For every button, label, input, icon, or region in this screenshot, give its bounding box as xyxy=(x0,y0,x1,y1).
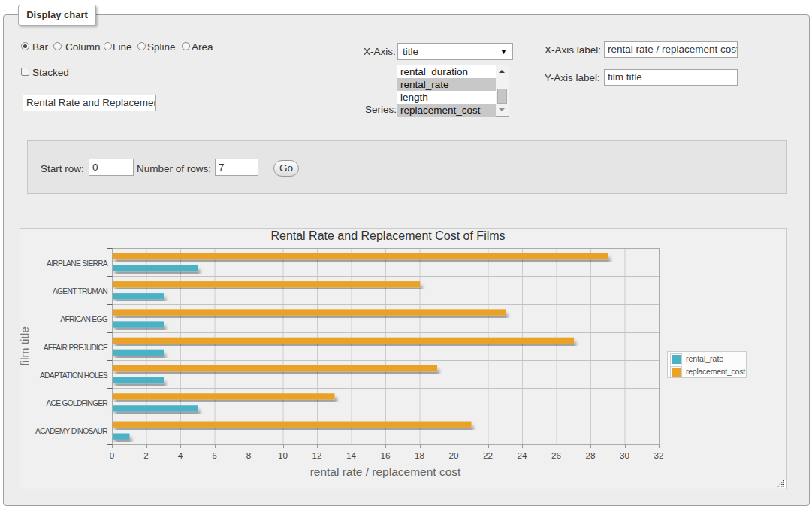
svg-text:AGENT TRUMAN: AGENT TRUMAN xyxy=(53,287,107,295)
svg-text:14: 14 xyxy=(346,450,357,460)
svg-text:12: 12 xyxy=(312,450,321,460)
svg-text:ADAPTATION HOLES: ADAPTATION HOLES xyxy=(40,371,108,380)
svg-text:32: 32 xyxy=(654,450,663,460)
svg-text:film title: film title xyxy=(20,326,31,366)
svg-text:10: 10 xyxy=(278,450,288,460)
svg-text:24: 24 xyxy=(517,450,527,460)
svg-text:16: 16 xyxy=(380,450,390,460)
svg-text:28: 28 xyxy=(585,450,595,460)
svg-text:6: 6 xyxy=(212,450,217,460)
svg-text:26: 26 xyxy=(551,450,561,460)
svg-text:20: 20 xyxy=(448,450,459,460)
svg-text:replacement_cost: replacement_cost xyxy=(686,367,745,376)
svg-text:8: 8 xyxy=(246,450,252,460)
svg-text:ACE GOLDFINGER: ACE GOLDFINGER xyxy=(46,399,107,407)
svg-text:30: 30 xyxy=(620,450,630,460)
svg-text:ACADEMY DINOSAUR: ACADEMY DINOSAUR xyxy=(35,427,107,435)
svg-text:18: 18 xyxy=(415,450,424,460)
svg-text:AFRICAN EGG: AFRICAN EGG xyxy=(60,315,107,323)
svg-text:0: 0 xyxy=(110,450,115,460)
svg-text:22: 22 xyxy=(483,450,493,460)
svg-text:2: 2 xyxy=(143,450,149,460)
svg-text:rental rate / replacement cost: rental rate / replacement cost xyxy=(310,465,461,478)
svg-text:4: 4 xyxy=(178,450,183,460)
svg-text:AIRPLANE SIERRA: AIRPLANE SIERRA xyxy=(47,259,108,268)
svg-text:AFFAIR PREJUDICE: AFFAIR PREJUDICE xyxy=(44,344,108,352)
svg-text:rental_rate: rental_rate xyxy=(686,354,723,363)
